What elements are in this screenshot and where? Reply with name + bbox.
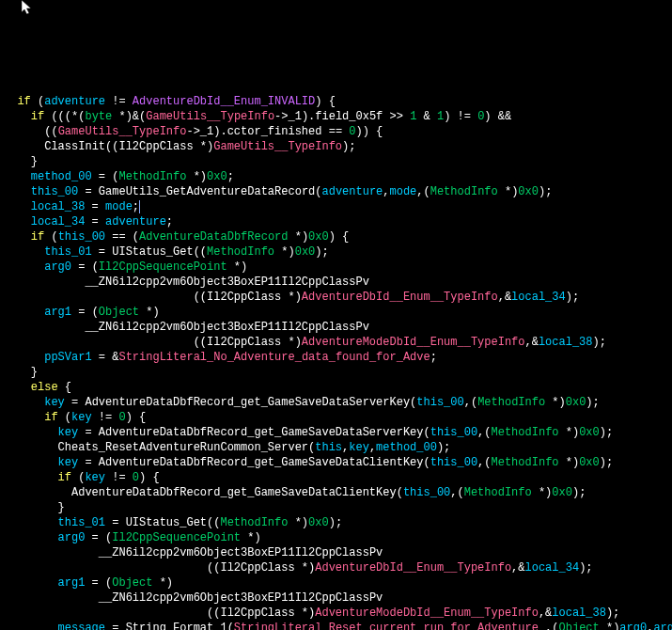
code-token[interactable]: this bbox=[315, 441, 342, 454]
code-token[interactable]: = bbox=[85, 200, 105, 213]
code-token[interactable]: & bbox=[416, 110, 437, 123]
code-token[interactable]: = String_Format_1( bbox=[105, 622, 234, 630]
code-line[interactable]: if (((*(byte *)&(GameUtils__TypeInfo->_1… bbox=[4, 109, 668, 124]
code-token[interactable]: *) bbox=[227, 260, 248, 274]
code-line[interactable]: arg0 = (Il2CppSequencePoint *) bbox=[4, 260, 668, 275]
code-token[interactable]: *) bbox=[152, 576, 173, 590]
code-token[interactable]: *) bbox=[241, 531, 261, 544]
code-token[interactable]: = UIStatus_Get(( bbox=[92, 245, 207, 259]
code-token[interactable]: MethodInfo bbox=[492, 426, 559, 439]
code-token[interactable]: AdventureModeDbId__Enum__TypeInfo bbox=[302, 336, 525, 349]
code-line[interactable]: ((Il2CppClass *)AdventureModeDbId__Enum_… bbox=[4, 335, 668, 350]
code-token[interactable]: adventure bbox=[44, 95, 105, 108]
code-line[interactable]: if (key != 0) { bbox=[4, 410, 668, 425]
code-token[interactable]: 0x0 bbox=[566, 396, 586, 409]
code-token[interactable]: *) bbox=[545, 396, 566, 409]
code-line[interactable]: key = AdventureDataDbfRecord_get_GameSav… bbox=[4, 455, 668, 470]
code-line[interactable]: ((Il2CppClass *)AdventureDbId__Enum__Typ… bbox=[4, 560, 668, 575]
code-token[interactable]: AdventureDataDbfRecord_get_GameSaveDataC… bbox=[71, 486, 403, 499]
code-token[interactable]: if bbox=[58, 471, 71, 484]
code-token[interactable]: GameUtils__TypeInfo bbox=[213, 140, 342, 153]
code-token[interactable]: } bbox=[31, 155, 38, 168]
code-token[interactable]: ); bbox=[586, 396, 599, 409]
code-token[interactable]: MethodInfo bbox=[220, 516, 288, 529]
code-token[interactable]: (((*( bbox=[44, 110, 85, 123]
code-token[interactable]: key bbox=[71, 411, 92, 424]
code-token[interactable]: = UIStatus_Get(( bbox=[105, 516, 220, 529]
code-token[interactable]: MethodInfo bbox=[207, 245, 274, 259]
code-token[interactable]: MethodInfo bbox=[477, 396, 545, 409]
code-token[interactable]: = ( bbox=[71, 260, 99, 274]
code-token[interactable]: this_00 bbox=[416, 396, 463, 409]
code-line[interactable]: if (this_00 == (AdventureDataDbfRecord *… bbox=[4, 229, 668, 244]
code-token[interactable]: = ( bbox=[85, 531, 112, 544]
code-line[interactable]: ((GameUtils__TypeInfo->_1).cctor_finishe… bbox=[4, 124, 668, 139]
code-token[interactable]: StringLiteral_No_Adventure_data_found_fo… bbox=[118, 351, 430, 364]
code-token[interactable]: AdventureDbId__Enum__TypeInfo bbox=[315, 561, 511, 575]
code-line[interactable]: local_38 = mode; bbox=[4, 199, 668, 214]
code-line[interactable]: method_00 = (MethodInfo *)0x0; bbox=[4, 169, 668, 184]
code-token[interactable]: = AdventureDataDbfRecord_get_GameSaveDat… bbox=[65, 396, 416, 409]
code-token[interactable]: ); bbox=[606, 606, 619, 620]
code-token[interactable]: key bbox=[44, 396, 65, 409]
code-line[interactable]: arg0 = (Il2CppSequencePoint *) bbox=[4, 530, 668, 545]
code-token[interactable]: arg0 bbox=[619, 622, 647, 630]
code-token[interactable]: if bbox=[31, 230, 44, 244]
code-token[interactable]: key bbox=[58, 456, 79, 469]
code-token[interactable]: arg1 bbox=[44, 306, 71, 319]
code-token[interactable]: arg0 bbox=[44, 260, 71, 274]
code-token[interactable]: Object bbox=[559, 622, 600, 630]
code-token[interactable]: ((Il2CppClass *) bbox=[194, 336, 302, 349]
code-line[interactable]: if (adventure != AdventureDbId__Enum_INV… bbox=[4, 94, 668, 109]
code-token[interactable]: ( bbox=[44, 230, 57, 244]
code-token[interactable]: ,( bbox=[477, 456, 491, 469]
code-token[interactable]: ); bbox=[579, 561, 592, 575]
code-line[interactable]: __ZN6il2cpp2vm6Object3BoxEP11Il2CppClass… bbox=[4, 545, 668, 560]
code-token[interactable]: Object bbox=[99, 306, 139, 319]
code-token[interactable]: ); bbox=[600, 456, 613, 469]
code-token[interactable]: 0x0 bbox=[207, 170, 227, 183]
code-token[interactable]: 0x0 bbox=[308, 516, 329, 529]
code-token[interactable]: message bbox=[58, 622, 105, 630]
code-line[interactable]: } bbox=[4, 500, 668, 515]
code-token[interactable]: = AdventureDataDbfRecord_get_GameSaveDat… bbox=[78, 426, 430, 439]
code-token[interactable]: ) { bbox=[315, 95, 336, 108]
code-token[interactable]: != bbox=[105, 471, 133, 484]
code-token[interactable]: ) && bbox=[484, 110, 511, 123]
code-token[interactable]: ; bbox=[166, 215, 173, 228]
code-token[interactable]: ); bbox=[437, 441, 450, 454]
code-token[interactable]: ,( bbox=[464, 396, 477, 409]
code-token[interactable]: ) { bbox=[329, 230, 350, 244]
code-line[interactable]: __ZN6il2cpp2vm6Object3BoxEP11Il2CppClass… bbox=[4, 320, 668, 335]
code-token[interactable]: StringLiteral_Reset_current_run_for_Adve… bbox=[234, 622, 545, 630]
code-token[interactable]: ,& bbox=[525, 336, 539, 349]
code-token[interactable]: if bbox=[31, 110, 44, 123]
code-token[interactable]: if bbox=[44, 411, 57, 424]
code-token[interactable]: AdventureModeDbId__Enum__TypeInfo bbox=[315, 606, 539, 620]
code-token[interactable]: ((Il2CppClass *) bbox=[207, 561, 315, 575]
code-line[interactable]: local_34 = adventure; bbox=[4, 214, 668, 229]
code-token[interactable]: key bbox=[349, 441, 369, 454]
code-token[interactable]: *) bbox=[559, 426, 580, 439]
code-token[interactable]: key bbox=[58, 426, 79, 439]
code-token[interactable]: GameUtils_GetAdventureDataRecord( bbox=[99, 185, 322, 198]
code-token[interactable]: = & bbox=[92, 351, 119, 364]
code-token[interactable]: ,( bbox=[416, 185, 430, 198]
code-token[interactable]: ->_1).cctor_finished == bbox=[186, 125, 349, 138]
code-token[interactable]: 0x0 bbox=[579, 426, 600, 439]
code-token[interactable]: local_34 bbox=[525, 561, 580, 575]
code-token[interactable]: *) bbox=[532, 486, 553, 499]
code-line[interactable]: key = AdventureDataDbfRecord_get_GameSav… bbox=[4, 395, 668, 410]
code-token[interactable]: arg0 bbox=[58, 531, 86, 544]
code-line[interactable]: __ZN6il2cpp2vm6Object3BoxEP11Il2CppClass… bbox=[4, 275, 668, 290]
code-token[interactable]: __ZN6il2cpp2vm6Object3BoxEP11Il2CppClass… bbox=[85, 321, 368, 334]
code-line[interactable]: } bbox=[4, 365, 668, 380]
code-line[interactable]: ((Il2CppClass *)AdventureDbId__Enum__Typ… bbox=[4, 290, 668, 305]
code-line[interactable]: key = AdventureDataDbfRecord_get_GameSav… bbox=[4, 425, 668, 440]
code-token[interactable]: ClassInit((Il2CppClass *) bbox=[44, 140, 213, 153]
code-token[interactable]: } bbox=[31, 366, 38, 379]
code-token[interactable]: = ( bbox=[71, 306, 99, 319]
code-token[interactable]: arg1 bbox=[58, 576, 86, 590]
code-token[interactable]: __ZN6il2cpp2vm6Object3BoxEP11Il2CppClass… bbox=[85, 276, 368, 289]
code-token[interactable]: byte bbox=[85, 110, 112, 123]
